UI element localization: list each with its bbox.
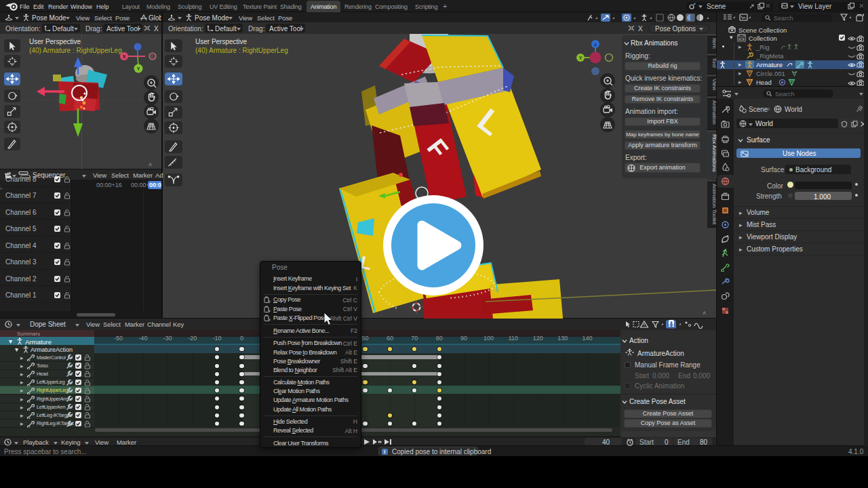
svg-text:z: z bbox=[594, 41, 597, 47]
svg-text:Y: Y bbox=[579, 56, 583, 60]
